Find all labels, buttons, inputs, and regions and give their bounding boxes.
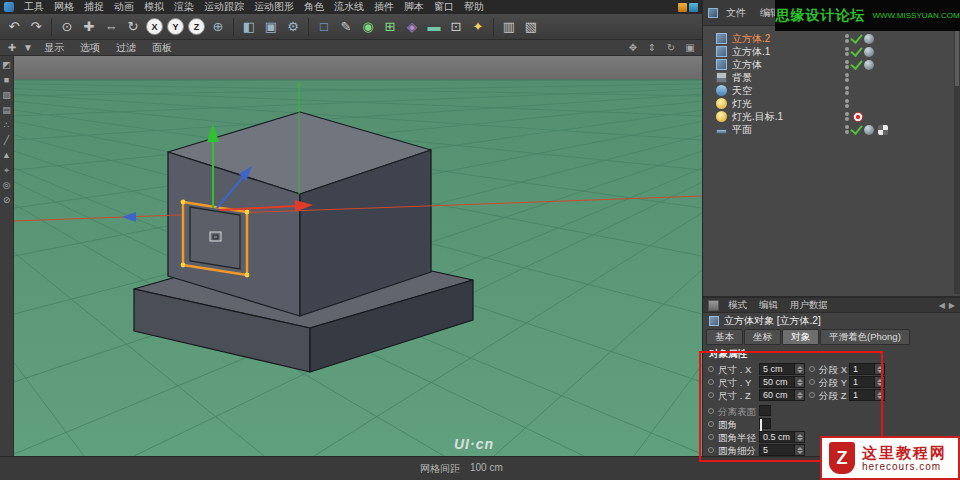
- tab-phong[interactable]: 平滑着色(Phong): [820, 329, 910, 345]
- menu-snap[interactable]: 捕捉: [79, 0, 109, 14]
- tab-basic[interactable]: 基本: [706, 329, 743, 345]
- visibility-dots[interactable]: [845, 112, 849, 121]
- viewport-canvas[interactable]: UI·cn: [14, 56, 702, 456]
- menu-mesh[interactable]: 网格: [49, 0, 79, 14]
- viewport-menu-filter[interactable]: 过滤: [109, 41, 143, 55]
- menu-character[interactable]: 角色: [299, 0, 329, 14]
- spinner-icon[interactable]: [794, 432, 804, 442]
- edges-mode-icon[interactable]: ╱: [4, 135, 9, 145]
- polygons-mode-icon[interactable]: ▲: [2, 150, 11, 160]
- subdivision-surface-icon[interactable]: ◉: [358, 17, 378, 37]
- render-settings-icon[interactable]: ⚙: [283, 17, 303, 37]
- visibility-dots[interactable]: [845, 99, 849, 108]
- menu-render[interactable]: 渲染: [169, 0, 199, 14]
- enabled-check-icon[interactable]: [850, 31, 862, 44]
- viewport-filter-icon[interactable]: ◎: [3, 180, 11, 190]
- am-menu-userdata[interactable]: 用户数据: [785, 299, 833, 312]
- keyframe-dot[interactable]: [809, 366, 815, 372]
- model-mode-icon[interactable]: ■: [4, 75, 9, 85]
- keyframe-dot[interactable]: [708, 366, 714, 372]
- toggle-views-icon[interactable]: ▣: [683, 42, 697, 53]
- size-z-field[interactable]: 60 cm: [759, 389, 805, 401]
- visibility-dots[interactable]: [845, 47, 849, 56]
- object-row-plane[interactable]: 平面: [703, 123, 960, 136]
- enabled-check-icon[interactable]: [850, 44, 862, 57]
- pen-spline-icon[interactable]: ✎: [336, 17, 356, 37]
- interface-preset-icon[interactable]: [689, 3, 698, 12]
- texture-tag-icon[interactable]: [878, 125, 888, 135]
- phong-tag-icon[interactable]: [864, 125, 874, 135]
- points-mode-icon[interactable]: ∴: [4, 120, 10, 130]
- deformer-icon[interactable]: ◈: [402, 17, 422, 37]
- keyframe-dot[interactable]: [809, 379, 815, 385]
- keyframe-dot[interactable]: [708, 379, 714, 385]
- object-row-sky[interactable]: 天空: [703, 84, 960, 97]
- rotate-tool-icon[interactable]: ↻: [123, 17, 143, 37]
- move-tool-icon[interactable]: ✚: [79, 17, 99, 37]
- light-icon[interactable]: ✦: [468, 17, 488, 37]
- keyframe-dot[interactable]: [708, 421, 714, 427]
- size-y-field[interactable]: 50 cm: [759, 376, 805, 388]
- history-back-icon[interactable]: ◀: [939, 301, 945, 310]
- zoom-view-icon[interactable]: ⇕: [645, 42, 659, 53]
- workplane-mode-icon[interactable]: ▤: [2, 105, 11, 115]
- y-axis-lock-button[interactable]: Y: [167, 18, 184, 35]
- menu-plugins[interactable]: 插件: [369, 0, 399, 14]
- rotate-view-icon[interactable]: ↻: [664, 42, 678, 53]
- render-picture-viewer-icon[interactable]: ▣: [261, 17, 281, 37]
- layout-preset-icon[interactable]: [678, 3, 687, 12]
- menu-script[interactable]: 脚本: [399, 0, 429, 14]
- segments-y-field[interactable]: 1: [849, 376, 885, 388]
- menu-tools[interactable]: 工具: [19, 0, 49, 14]
- keyframe-dot[interactable]: [708, 392, 714, 398]
- menu-motion-tracker[interactable]: 运动跟踪: [199, 0, 249, 14]
- undo-icon[interactable]: ↶: [4, 17, 24, 37]
- visibility-dots[interactable]: [845, 73, 849, 82]
- layout-icon[interactable]: ▧: [521, 17, 541, 37]
- coordinate-system-icon[interactable]: ⊕: [208, 17, 228, 37]
- target-tag-icon[interactable]: [853, 112, 863, 122]
- segments-z-field[interactable]: 1: [849, 389, 885, 401]
- z-axis-lock-button[interactable]: Z: [188, 18, 205, 35]
- menu-help[interactable]: 帮助: [459, 0, 489, 14]
- keyframe-dot[interactable]: [708, 408, 714, 414]
- spinner-icon[interactable]: [794, 390, 804, 400]
- menu-animate[interactable]: 动画: [109, 0, 139, 14]
- menu-mograph[interactable]: 运动图形: [249, 0, 299, 14]
- visibility-dots[interactable]: [845, 86, 849, 95]
- tab-coordinates[interactable]: 坐标: [744, 329, 781, 345]
- object-manager-scrollbar[interactable]: [954, 26, 960, 294]
- render-view-icon[interactable]: ◧: [239, 17, 259, 37]
- visibility-dots[interactable]: [845, 34, 849, 43]
- spinner-icon[interactable]: [874, 390, 884, 400]
- keyframe-dot[interactable]: [809, 392, 815, 398]
- make-editable-icon[interactable]: ◩: [2, 60, 11, 70]
- visibility-dots[interactable]: [845, 125, 849, 134]
- scale-tool-icon[interactable]: ⇔: [101, 17, 121, 37]
- menu-window[interactable]: 窗口: [429, 0, 459, 14]
- phong-tag-icon[interactable]: [864, 34, 874, 44]
- menu-simulate[interactable]: 模拟: [139, 0, 169, 14]
- spinner-icon[interactable]: [874, 364, 884, 374]
- spinner-icon[interactable]: [794, 364, 804, 374]
- spinner-icon[interactable]: [874, 377, 884, 387]
- mograph-icon[interactable]: ⊞: [380, 17, 400, 37]
- enabled-check-icon[interactable]: [850, 57, 862, 70]
- fillet-subdivision-field[interactable]: 5: [759, 444, 805, 456]
- viewport-menu-panel[interactable]: 面板: [145, 41, 179, 55]
- axis-mode-icon[interactable]: ⌖: [4, 165, 9, 175]
- menu-pipeline[interactable]: 流水线: [329, 0, 369, 14]
- filter-list-icon[interactable]: ▼: [21, 42, 35, 53]
- phong-tag-icon[interactable]: [864, 47, 874, 57]
- add-object-icon[interactable]: ✚: [5, 42, 19, 53]
- object-row-cube1[interactable]: 立方体.1: [703, 45, 960, 58]
- visibility-dots[interactable]: [845, 60, 849, 69]
- am-menu-mode[interactable]: 模式: [723, 299, 752, 312]
- am-menu-edit[interactable]: 编辑: [754, 299, 783, 312]
- keyframe-dot[interactable]: [708, 447, 714, 453]
- tab-object[interactable]: 对象: [782, 329, 819, 345]
- mode-icon[interactable]: [708, 300, 719, 311]
- add-cube-icon[interactable]: □: [314, 17, 334, 37]
- redo-icon[interactable]: ↷: [26, 17, 46, 37]
- segments-x-field[interactable]: 1: [849, 363, 885, 375]
